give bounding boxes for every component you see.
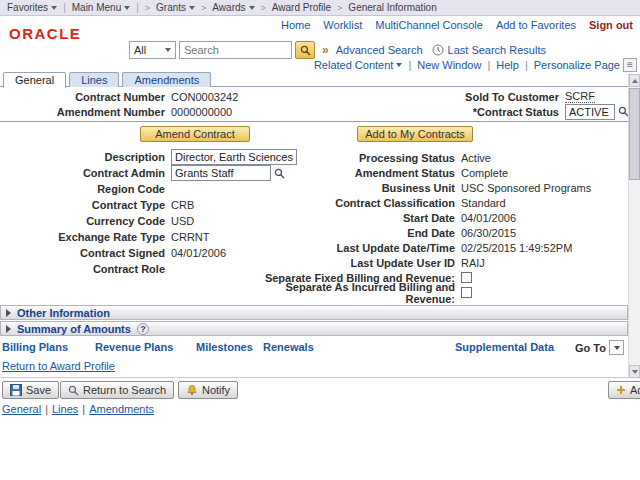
award-profile-label: Award Profile bbox=[272, 2, 331, 13]
sold-to-customer-label: Sold To Customer bbox=[383, 91, 559, 103]
help-link[interactable]: Help bbox=[496, 59, 519, 71]
header-links: Home Worklist MultiChannel Console Add t… bbox=[281, 19, 633, 31]
search-button[interactable] bbox=[295, 41, 315, 59]
milestones-link[interactable]: Milestones bbox=[196, 341, 253, 353]
amendment-number-label: Amendment Number bbox=[0, 106, 165, 118]
multichannel-console-link[interactable]: MultiChannel Console bbox=[375, 19, 483, 31]
main-menu[interactable]: Main Menu bbox=[72, 2, 130, 13]
favorites-menu[interactable]: Favorites bbox=[7, 2, 57, 13]
add-button[interactable]: Add bbox=[608, 381, 640, 399]
global-search-bar: All Advanced Search Last Search Results bbox=[129, 41, 546, 59]
personalize-page-link[interactable]: Personalize Page bbox=[534, 59, 620, 71]
advanced-search-link[interactable]: Advanced Search bbox=[336, 44, 423, 56]
amendment-status-label: Amendment Status bbox=[250, 167, 455, 179]
separate-fixed-checkbox[interactable] bbox=[461, 272, 472, 283]
return-to-award-profile-link[interactable]: Return to Award Profile bbox=[2, 360, 115, 372]
currency-code-value: USD bbox=[171, 215, 194, 227]
add-icon bbox=[616, 385, 626, 395]
scrollbar-thumb[interactable] bbox=[629, 88, 640, 180]
go-to-control: Go To bbox=[575, 340, 624, 355]
contract-number-row: Contract Number CON0003242 Sold To Custo… bbox=[0, 89, 595, 104]
contract-type-label: Contract Type bbox=[0, 199, 165, 211]
exchange-rate-type-label: Exchange Rate Type bbox=[0, 231, 165, 243]
amendment-number-value: 0000000000 bbox=[171, 106, 383, 118]
tab-general[interactable]: General bbox=[3, 72, 66, 88]
chevron-right-icon bbox=[6, 309, 11, 317]
amend-contract-button[interactable]: Amend Contract bbox=[140, 126, 250, 142]
processing-status-value: Active bbox=[461, 152, 491, 164]
breadcrumb-award-profile[interactable]: Award Profile bbox=[272, 2, 331, 13]
chevron-right-icon: > bbox=[261, 3, 266, 13]
revenue-plans-link[interactable]: Revenue Plans bbox=[95, 341, 173, 353]
amendment-number-row: Amendment Number 0000000000 *Contract St… bbox=[0, 104, 629, 119]
summary-of-amounts-section[interactable]: Summary of Amounts bbox=[0, 321, 628, 336]
home-link[interactable]: Home bbox=[281, 19, 310, 31]
renewals-link[interactable]: Renewals bbox=[263, 341, 314, 353]
sold-to-customer-value[interactable]: SCRF bbox=[565, 90, 595, 103]
last-update-user-value: RAIJ bbox=[461, 257, 485, 269]
bottom-general-link[interactable]: General bbox=[2, 403, 41, 415]
scroll-down-arrow-icon[interactable] bbox=[629, 365, 640, 378]
search-scope-select[interactable]: All bbox=[129, 41, 176, 59]
contract-number-label: Contract Number bbox=[0, 91, 165, 103]
return-to-search-icon bbox=[68, 385, 79, 396]
other-information-section[interactable]: Other Information bbox=[0, 305, 628, 320]
tab-amendments[interactable]: Amendments bbox=[122, 72, 211, 87]
notify-icon bbox=[186, 384, 198, 396]
contract-status-input[interactable] bbox=[565, 104, 615, 120]
chevron-down-icon bbox=[51, 6, 57, 10]
page-menu-icon[interactable] bbox=[623, 58, 637, 72]
expand-search-button[interactable] bbox=[322, 43, 329, 57]
summary-of-amounts-title: Summary of Amounts bbox=[17, 323, 131, 335]
save-button[interactable]: Save bbox=[2, 381, 59, 399]
related-content-menu[interactable]: Related Content bbox=[314, 59, 403, 71]
chevron-down-icon bbox=[189, 6, 195, 10]
chevron-right-icon bbox=[6, 325, 11, 333]
vertical-scrollbar[interactable] bbox=[628, 74, 640, 378]
add-to-favorites-link[interactable]: Add to Favorites bbox=[496, 19, 576, 31]
pagebar-separator: | bbox=[487, 59, 490, 71]
new-window-link[interactable]: New Window bbox=[417, 59, 481, 71]
last-update-value: 02/25/2015 1:49:52PM bbox=[461, 242, 572, 254]
return-to-search-button[interactable]: Return to Search bbox=[60, 381, 174, 399]
help-icon[interactable] bbox=[137, 323, 149, 335]
oracle-logo: ORACLE bbox=[9, 25, 81, 42]
end-date-value: 06/30/2015 bbox=[461, 227, 516, 239]
breadcrumb-awards[interactable]: Awards bbox=[212, 2, 254, 13]
pagebar: Related Content | New Window | Help | Pe… bbox=[314, 59, 620, 71]
go-to-dropdown[interactable] bbox=[609, 340, 624, 355]
separate-incurred-checkbox[interactable] bbox=[461, 287, 472, 298]
notify-button[interactable]: Notify bbox=[178, 381, 238, 399]
last-search-results[interactable]: Last Search Results bbox=[432, 44, 546, 56]
contract-classification-value: Standard bbox=[461, 197, 506, 209]
save-icon bbox=[10, 384, 22, 396]
chevron-down-icon bbox=[614, 346, 620, 350]
grants-label: Grants bbox=[156, 2, 186, 13]
search-input[interactable] bbox=[179, 41, 292, 59]
region-code-label: Region Code bbox=[0, 183, 165, 195]
notify-label: Notify bbox=[202, 384, 230, 396]
search-icon bbox=[300, 45, 311, 56]
tab-lines[interactable]: Lines bbox=[69, 72, 119, 87]
sign-out-link[interactable]: Sign out bbox=[589, 19, 633, 31]
contract-signed-label: Contract Signed bbox=[0, 247, 165, 259]
scroll-up-arrow-icon[interactable] bbox=[629, 74, 640, 87]
breadcrumb-grants[interactable]: Grants bbox=[156, 2, 195, 13]
bottom-lines-link[interactable]: Lines bbox=[52, 403, 78, 415]
return-to-search-label: Return to Search bbox=[83, 384, 166, 396]
worklist-link[interactable]: Worklist bbox=[323, 19, 362, 31]
separate-incurred-label: Separate As Incurred Billing and Revenue… bbox=[250, 281, 455, 305]
business-unit-row: Business Unit USC Sponsored Programs bbox=[250, 180, 591, 195]
bottom-amendments-link[interactable]: Amendments bbox=[89, 403, 154, 415]
billing-plans-link[interactable]: Billing Plans bbox=[2, 341, 68, 353]
breadcrumb-general-information[interactable]: General Information bbox=[348, 2, 436, 13]
description-label: Description bbox=[0, 151, 165, 163]
separate-incurred-row: Separate As Incurred Billing and Revenue… bbox=[250, 285, 591, 300]
chevron-down-icon bbox=[124, 6, 130, 10]
last-update-user-label: Last Update User ID bbox=[250, 257, 455, 269]
supplemental-data-link[interactable]: Supplemental Data bbox=[455, 341, 554, 353]
go-to-label: Go To bbox=[575, 342, 606, 354]
start-date-label: Start Date bbox=[250, 212, 455, 224]
add-to-my-contracts-button[interactable]: Add to My Contracts bbox=[357, 126, 473, 142]
contract-status-label: *Contract Status bbox=[383, 106, 559, 118]
